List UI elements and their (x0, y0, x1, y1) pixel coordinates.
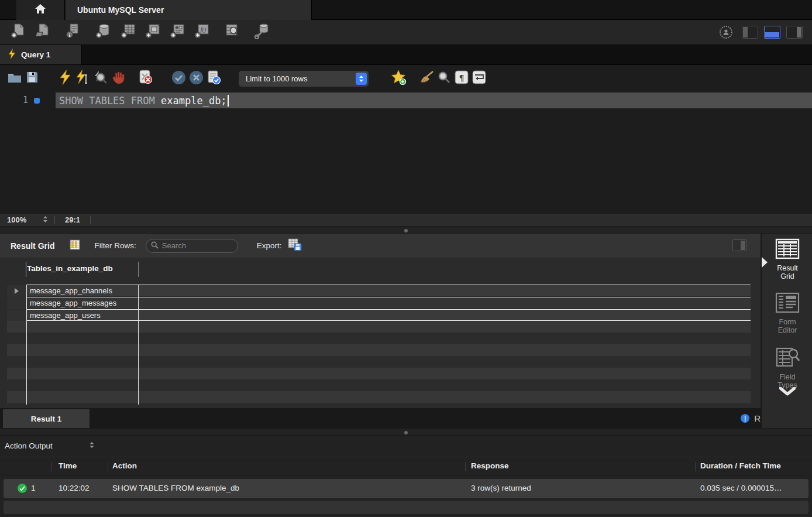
empty-output-row (4, 501, 808, 514)
rollback-button[interactable] (187, 69, 205, 88)
commit-button[interactable] (170, 69, 187, 88)
toggle-sidebar-left-button[interactable] (742, 26, 758, 39)
tab-query-1[interactable]: Query 1 (0, 45, 82, 64)
bottom-panel-fill (765, 32, 779, 37)
new-document-icon (10, 23, 26, 41)
mysql-workbench-window: Ubuntu MySQL Server i (0, 0, 812, 517)
editor-line-1: 1 SHOW TABLES FROM example_db; (0, 93, 812, 108)
editor-results-splitter[interactable] (0, 226, 812, 234)
open-document-icon (35, 23, 51, 41)
results-output-splitter[interactable] (0, 428, 812, 436)
table-row[interactable]: message_app_users (27, 309, 751, 321)
open-script-button[interactable] (6, 69, 23, 88)
save-icon (26, 71, 38, 85)
field-types-icon (775, 346, 800, 371)
column-header[interactable]: Tables_in_example_db (27, 264, 113, 273)
column-header-action[interactable]: Action (112, 461, 137, 470)
grid-vertical-line (26, 285, 27, 405)
toggle-invisible-chars-button[interactable]: ¶ (453, 69, 470, 88)
result-tab-bar: Result 1 ! Read Only (0, 408, 812, 428)
inspector-button[interactable]: i (63, 22, 83, 42)
action-output-panel: Action Output Time Action Response Durat… (0, 436, 812, 517)
row-selector[interactable] (7, 297, 26, 309)
execute-bolt-icon (60, 70, 71, 87)
export-grid-save-icon[interactable] (288, 238, 302, 254)
home-tab[interactable] (16, 0, 65, 20)
reconnect-dbms-button[interactable] (253, 22, 273, 42)
grid-vertical-line[interactable] (138, 285, 139, 405)
title-tab-bar: Ubuntu MySQL Server (0, 0, 812, 20)
main-toolbar: i f() (0, 20, 812, 45)
toggle-grid-panel-button[interactable] (732, 239, 746, 251)
stop-query-button[interactable] (109, 69, 126, 88)
search-input[interactable] (162, 241, 231, 250)
panel-item-label: Result Grid (769, 264, 806, 281)
row-selector[interactable] (7, 285, 26, 297)
sql-identifier: example_db; (161, 95, 227, 107)
table-row[interactable]: message_app_channels (27, 285, 751, 296)
explain-plan-button[interactable] (91, 69, 109, 88)
output-selector-stepper-icon[interactable] (89, 441, 95, 450)
folder-icon (8, 72, 22, 85)
toggle-word-wrap-button[interactable] (470, 69, 488, 88)
find-icon-button[interactable] (435, 69, 453, 88)
row-selector[interactable] (7, 310, 26, 321)
panel-item-form-editor[interactable]: Form Editor (762, 292, 812, 335)
search-icon (151, 241, 159, 251)
open-sql-file-button[interactable] (33, 22, 53, 42)
action-output-header-row: Time Action Response Duration / Fetch Ti… (0, 457, 812, 475)
execute-query-button[interactable] (56, 69, 74, 88)
toggle-output-area-button[interactable] (764, 26, 780, 39)
current-line-highlight: SHOW TABLES FROM example_db; (56, 93, 812, 108)
toggle-autocommit-button[interactable] (205, 69, 222, 88)
search-table-data-button[interactable] (222, 22, 242, 42)
svg-text:f(): f() (201, 26, 207, 33)
column-header-duration[interactable]: Duration / Fetch Time (700, 461, 781, 470)
column-header-response[interactable]: Response (471, 461, 509, 470)
toggle-sidebar-right-button[interactable] (786, 26, 803, 39)
beautify-query-button[interactable] (418, 69, 435, 88)
right-panel-fill (797, 27, 801, 37)
line-number: 1 (14, 95, 28, 105)
zoom-stepper-icon[interactable] (42, 215, 49, 225)
table-plus-icon (120, 23, 136, 41)
tab-result-1[interactable]: Result 1 (3, 409, 90, 428)
execute-current-statement-button[interactable] (74, 69, 91, 88)
create-view-button[interactable] (143, 22, 163, 42)
star-plus-icon (391, 70, 407, 87)
magnifier-icon (438, 71, 450, 86)
panel-item-result-grid[interactable]: Result Grid (762, 238, 812, 281)
column-header-time[interactable]: Time (59, 461, 77, 470)
panel-item-field-types[interactable]: Field Types (762, 346, 812, 390)
wrap-text-icon (472, 70, 486, 87)
beta-badge-icon (716, 22, 736, 42)
limit-rows-dropdown[interactable]: Limit to 1000 rows (239, 71, 369, 87)
create-procedure-button[interactable] (167, 22, 187, 42)
text-caret (228, 95, 229, 107)
autocommit-icon (207, 70, 221, 87)
filter-search-box[interactable] (146, 239, 238, 253)
action-output-row[interactable]: 1 10:22:02 SHOW TABLES FROM example_db 3… (4, 479, 808, 498)
toggle-stop-on-error-button[interactable] (137, 69, 154, 88)
left-panel-fill (743, 27, 748, 37)
connection-tab[interactable]: Ubuntu MySQL Server (66, 0, 312, 20)
statement-marker-icon[interactable] (34, 98, 40, 104)
table-row[interactable]: message_app_messages (27, 297, 751, 309)
row-time: 10:22:02 (59, 484, 90, 492)
save-snippet-button[interactable] (390, 69, 407, 88)
new-query-tab-button[interactable] (8, 22, 28, 42)
form-editor-icon (775, 292, 800, 316)
cell-value: message_app_messages (27, 299, 116, 307)
query-tab-bar: Query 1 (0, 45, 812, 64)
create-function-button[interactable]: f() (192, 22, 212, 42)
chevron-down-icon[interactable] (779, 387, 796, 399)
save-script-button[interactable] (23, 69, 41, 88)
create-schema-button[interactable] (94, 22, 113, 42)
result-grid: Tables_in_example_db message_app_channel… (0, 258, 761, 408)
create-table-button[interactable] (118, 22, 138, 42)
row-duration: 0.035 sec / 0.000015… (700, 484, 782, 492)
row-action: SHOW TABLES FROM example_db (112, 484, 239, 492)
info-badge-icon: ! (741, 414, 749, 423)
sql-editor[interactable]: 1 SHOW TABLES FROM example_db; (0, 92, 812, 213)
row-index: 1 (31, 484, 36, 492)
